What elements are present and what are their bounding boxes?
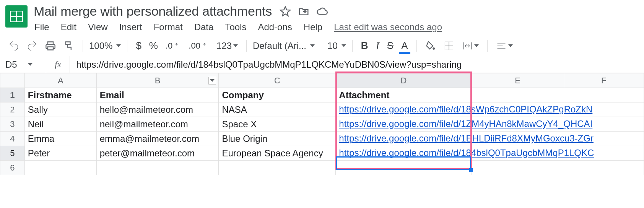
menu-view[interactable]: View — [88, 22, 108, 32]
cell[interactable]: Peter — [24, 146, 96, 161]
formula-input[interactable]: https://drive.google.com/file/d/184bslQ0… — [70, 59, 462, 70]
cell[interactable] — [219, 161, 336, 175]
merge-cells-button[interactable] — [460, 39, 481, 53]
redo-button[interactable] — [24, 39, 40, 53]
font-size-select[interactable]: 10 — [327, 41, 346, 51]
cell-active[interactable]: https://drive.google.com/file/d/184bslQ0… — [336, 146, 472, 161]
font-family-select[interactable]: Default (Ari... — [253, 41, 315, 51]
cell[interactable]: peter@mailmeteor.com — [96, 146, 219, 161]
chevron-down-icon — [342, 44, 346, 47]
cell[interactable]: Firstname — [24, 88, 96, 102]
cell[interactable]: Company — [219, 88, 336, 102]
table-row: 5 Peter peter@mailmeteor.com European Sp… — [0, 146, 644, 161]
menu-insert[interactable]: Insert — [119, 22, 142, 32]
menu-help[interactable]: Help — [304, 22, 322, 32]
col-header-D[interactable]: D — [336, 73, 472, 88]
row-number[interactable]: 2 — [0, 102, 25, 117]
menu-format[interactable]: Format — [154, 22, 183, 32]
more-formats-button[interactable]: 123 — [214, 39, 240, 53]
row-number[interactable]: 3 — [0, 117, 25, 132]
cell[interactable]: https://drive.google.com/file/d/1EHLDiiR… — [336, 132, 472, 146]
cell[interactable] — [96, 161, 219, 175]
cell[interactable]: https://drive.google.com/file/d/1ZM4yHAn… — [336, 117, 472, 132]
cell[interactable]: hello@mailmeteor.com — [96, 102, 219, 117]
undo-button[interactable] — [6, 39, 21, 53]
cell[interactable]: Blue Origin — [219, 132, 336, 146]
formula-bar: D5 fx https://drive.google.com/file/d/18… — [0, 56, 644, 73]
cell[interactable]: Sally — [24, 102, 96, 117]
title-bar: Mail merge with personalized attachments… — [0, 0, 644, 36]
header-row: 1 Firstname Email Company Attachment — [0, 88, 644, 102]
menu-data[interactable]: Data — [194, 22, 214, 32]
attachment-link[interactable]: https://drive.google.com/file/d/1EHLDiiR… — [339, 133, 594, 143]
cell[interactable]: neil@mailmeteor.com — [96, 117, 219, 132]
name-box[interactable]: D5 — [0, 59, 46, 70]
chevron-down-icon — [508, 44, 513, 47]
document-title[interactable]: Mail merge with personalized attachments — [33, 4, 273, 19]
col-header-F[interactable]: F — [564, 73, 644, 88]
fx-icon: fx — [46, 56, 70, 73]
cell[interactable]: Neil — [24, 117, 96, 132]
menu-bar: File Edit View Insert Format Data Tools … — [33, 20, 442, 36]
filter-dropdown-icon[interactable] — [208, 77, 216, 84]
last-edit-link[interactable]: Last edit was seconds ago — [334, 22, 442, 32]
cell[interactable]: Email — [96, 88, 219, 102]
strike-button[interactable]: S — [385, 38, 396, 53]
paint-format-button[interactable] — [61, 39, 76, 53]
col-header-C[interactable]: C — [219, 73, 336, 88]
cell[interactable]: emma@mailmeteor.com — [96, 132, 219, 146]
cell[interactable] — [24, 161, 96, 175]
bold-button[interactable]: B — [359, 38, 371, 53]
fill-color-button[interactable] — [423, 39, 438, 53]
fill-handle[interactable] — [469, 168, 473, 172]
print-button[interactable] — [43, 39, 58, 53]
increase-decimal-button[interactable]: .00 — [186, 39, 211, 52]
col-header-E[interactable]: E — [472, 73, 564, 88]
cell[interactable] — [336, 161, 472, 175]
text-color-button[interactable]: A — [399, 38, 410, 53]
format-percent-button[interactable]: % — [147, 38, 160, 53]
cell[interactable]: Attachment — [336, 88, 472, 102]
cell[interactable]: European Space Agency — [219, 146, 336, 161]
svg-point-0 — [433, 47, 434, 49]
attachment-link[interactable]: https://drive.google.com/file/d/184bslQ0… — [339, 148, 594, 158]
zoom-select[interactable]: 100% — [89, 41, 121, 51]
cell[interactable] — [564, 88, 644, 102]
cell[interactable] — [472, 88, 564, 102]
col-header-A[interactable]: A — [24, 73, 96, 88]
chevron-down-icon — [116, 44, 121, 47]
borders-button[interactable] — [441, 39, 457, 53]
select-all-corner[interactable] — [0, 73, 25, 88]
menu-edit[interactable]: Edit — [61, 22, 76, 32]
menu-addons[interactable]: Add-ons — [258, 22, 292, 32]
horizontal-align-button[interactable] — [494, 39, 515, 53]
spreadsheet-grid[interactable]: A B C D E F 1 Firstname Email Company At… — [0, 73, 644, 175]
attachment-link[interactable]: https://drive.google.com/file/d/18sWp6zc… — [339, 104, 592, 114]
row-number[interactable]: 5 — [0, 146, 25, 161]
star-icon[interactable] — [280, 6, 291, 17]
cell[interactable]: https://drive.google.com/file/d/18sWp6zc… — [336, 102, 472, 117]
move-to-folder-icon[interactable] — [298, 6, 309, 17]
chevron-down-icon — [28, 63, 33, 66]
cell[interactable]: NASA — [219, 102, 336, 117]
column-header-row: A B C D E F — [0, 73, 644, 88]
decrease-decimal-button[interactable]: .0 — [163, 39, 183, 52]
cell[interactable]: Space X — [219, 117, 336, 132]
row-number[interactable]: 4 — [0, 132, 25, 146]
cell[interactable] — [472, 161, 564, 175]
chevron-down-icon — [310, 44, 315, 47]
table-row: 4 Emma emma@mailmeteor.com Blue Origin h… — [0, 132, 644, 146]
format-currency-button[interactable]: $ — [133, 38, 143, 53]
chevron-down-icon — [474, 44, 479, 47]
cell[interactable] — [564, 161, 644, 175]
row-number[interactable]: 1 — [0, 88, 25, 102]
sheets-logo-icon[interactable] — [5, 5, 28, 28]
menu-tools[interactable]: Tools — [225, 22, 246, 32]
menu-file[interactable]: File — [34, 22, 49, 32]
attachment-link[interactable]: https://drive.google.com/file/d/1ZM4yHAn… — [339, 119, 592, 129]
cell[interactable]: Emma — [24, 132, 96, 146]
italic-button[interactable]: I — [374, 38, 382, 54]
col-header-B[interactable]: B — [96, 73, 219, 88]
cloud-status-icon[interactable] — [316, 6, 328, 17]
row-number[interactable]: 6 — [0, 161, 25, 175]
